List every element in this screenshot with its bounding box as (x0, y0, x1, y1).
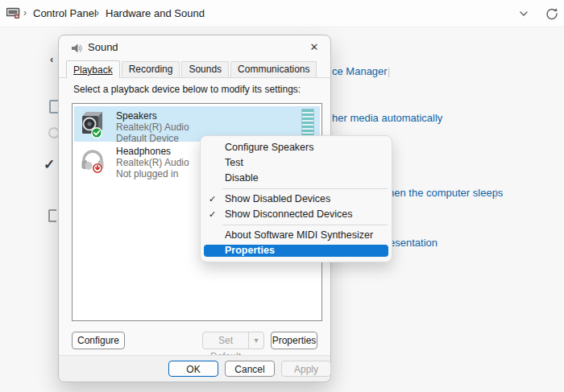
breadcrumb-chevron: › (96, 0, 99, 27)
instruction-text: Select a playback device below to modify… (73, 84, 301, 95)
breadcrumb-control-panel[interactable]: Control Panel (33, 0, 97, 27)
speaker-icon (70, 42, 83, 55)
link-separator: | (495, 188, 497, 199)
link-separator: | (388, 66, 390, 77)
menu-item-show-disconnected-devices[interactable]: ✓ Show Disconnected Devices (201, 207, 392, 222)
properties-button[interactable]: Properties (271, 332, 317, 349)
link-presentation-partial[interactable]: esentation (389, 237, 438, 249)
menu-separator (222, 225, 388, 225)
breadcrumb-bar: › Control Panel › Hardware and Sound (0, 0, 564, 27)
dialog-footer: OK Cancel Apply (59, 355, 330, 382)
device-driver: Realtek(R) Audio (116, 157, 189, 168)
menu-item-show-disabled-devices[interactable]: ✓ Show Disabled Devices (201, 192, 392, 207)
cancel-button[interactable]: Cancel (225, 361, 275, 377)
partial-icon-fragment: ✓ (44, 156, 55, 173)
set-default-button[interactable]: Set Default ▾ (202, 332, 264, 349)
ok-button[interactable]: OK (168, 361, 218, 377)
tab-recording[interactable]: Recording (122, 61, 180, 77)
device-info: Headphones Realtek(R) Audio Not plugged … (116, 146, 189, 179)
configure-button[interactable]: Configure (72, 332, 125, 349)
speakers-device-icon (78, 109, 107, 138)
tab-strip: Playback Recording Sounds Communications (59, 60, 330, 78)
partial-icon-fragment: ‹ (50, 53, 53, 65)
menu-item-label: Show Disconnected Devices (225, 208, 352, 220)
tab-sounds[interactable]: Sounds (181, 61, 229, 77)
link-computer-sleeps-partial[interactable]: hen the computer sleeps (388, 187, 503, 199)
link-device-manager-partial[interactable]: ce Manager (332, 65, 388, 77)
tab-playback[interactable]: Playback (66, 60, 120, 78)
check-icon: ✓ (209, 207, 222, 222)
breadcrumb-chevron: › (23, 0, 27, 27)
dialog-title: Sound (88, 35, 118, 60)
device-info: Speakers Realtek(R) Audio Default Device (116, 110, 189, 144)
menu-item-label: Show Disabled Devices (225, 193, 330, 204)
refresh-icon[interactable] (545, 6, 559, 21)
close-icon[interactable]: ✕ (306, 39, 322, 56)
device-driver: Realtek(R) Audio (116, 122, 189, 133)
menu-item-about-midi-synthesizer[interactable]: About Software MIDI Synthesizer (201, 228, 392, 243)
device-name: Headphones (116, 146, 189, 157)
chevron-down-icon[interactable] (516, 6, 531, 21)
menu-item-disable[interactable]: Disable (201, 171, 392, 186)
check-icon: ✓ (209, 192, 222, 207)
device-status: Not plugged in (116, 168, 189, 179)
device-name: Speakers (116, 110, 189, 122)
menu-separator (222, 188, 388, 189)
partial-icon-fragment (48, 209, 56, 222)
menu-item-test[interactable]: Test (201, 155, 392, 171)
dialog-titlebar: Sound ✕ (59, 35, 330, 60)
tab-communications[interactable]: Communications (230, 61, 317, 77)
menu-item-properties[interactable]: Properties (204, 245, 388, 257)
breadcrumb-hardware-and-sound[interactable]: Hardware and Sound (106, 0, 205, 27)
apply-button[interactable]: Apply (281, 361, 331, 377)
link-play-media-partial[interactable]: her media automatically (332, 112, 442, 124)
set-default-label: Set Default (203, 332, 248, 349)
control-panel-icon (6, 7, 20, 19)
set-default-dropdown-icon[interactable]: ▾ (248, 332, 263, 349)
menu-item-configure-speakers[interactable]: Configure Speakers (201, 140, 392, 155)
context-menu: Configure Speakers Test Disable ✓ Show D… (200, 135, 392, 262)
headphones-device-icon (78, 145, 107, 174)
